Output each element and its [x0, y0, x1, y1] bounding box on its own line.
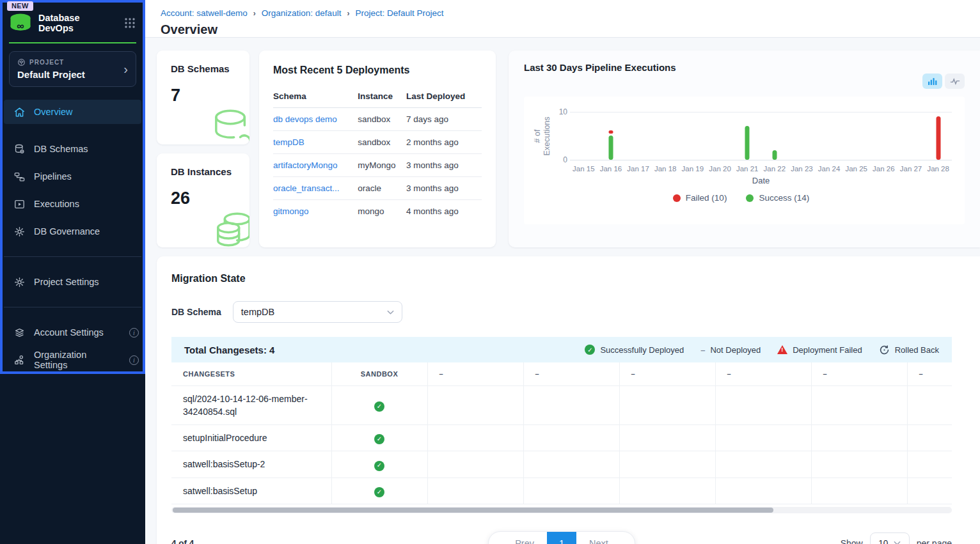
last-deployed-cell: 4 months ago	[406, 200, 482, 223]
db-single-icon	[212, 108, 249, 144]
last-deployed-cell: 7 days ago	[406, 108, 482, 131]
pager: ←Prev 1 Next→	[488, 531, 636, 544]
success-bar	[772, 150, 777, 160]
chevron-down-icon	[387, 310, 394, 315]
failed-bar	[936, 116, 940, 160]
changesets-column-header: –	[619, 362, 715, 385]
schema-link[interactable]: tempDB	[273, 137, 304, 147]
sidebar-item-pipelines[interactable]: Pipelines	[4, 164, 141, 189]
changesets-header-row: CHANGESETSSANDBOX––––––	[171, 362, 952, 385]
empty-status-cell	[619, 425, 715, 451]
org-icon	[13, 354, 26, 366]
y-tick-10: 10	[555, 107, 567, 116]
x-tick-label: Jan 28	[924, 165, 952, 173]
schema-link[interactable]: artifactoryMongo	[273, 160, 338, 170]
changeset-name-cell: sql/2024-10-14-12-06-member-34240854.sql	[171, 385, 331, 425]
info-icon[interactable]: i	[129, 355, 139, 365]
horizontal-scrollbar[interactable]	[171, 507, 952, 513]
empty-status-cell	[427, 385, 523, 425]
sidebar-item-account-settings[interactable]: Account Settingsi	[4, 320, 141, 345]
gear-icon	[13, 226, 26, 238]
sidebar-item-overview[interactable]: Overview	[4, 100, 141, 124]
x-tick-label: Jan 16	[597, 165, 625, 173]
next-page-button[interactable]: Next→	[576, 532, 635, 544]
sidebar-item-label: Organization Settings	[34, 350, 121, 370]
sidebar-item-project-settings[interactable]: Project Settings	[4, 270, 141, 294]
pipeline-icon	[13, 171, 26, 183]
deployments-body: db devops demosandbox7 days agotempDBsan…	[273, 108, 482, 223]
success-bar	[745, 126, 750, 160]
project-selector[interactable]: PROJECT Default Project ›	[9, 51, 136, 87]
instance-cell: mongo	[358, 200, 406, 223]
stat-cards-column: DB Schemas7DB Instances26	[157, 51, 249, 247]
sidebar-item-executions[interactable]: Executions	[4, 192, 141, 216]
deployment-row: db devops demosandbox7 days ago	[273, 108, 482, 131]
changesets-column-header: –	[715, 362, 811, 385]
prev-page-button[interactable]: ←Prev	[489, 532, 547, 544]
changesets-column-header: –	[811, 362, 907, 385]
breadcrumb-link[interactable]: Organization: default	[262, 8, 342, 18]
page-size-select[interactable]: 10	[870, 532, 910, 544]
chevron-down-icon	[894, 541, 901, 544]
pipeline-executions-card: Last 30 Days Pipeline Executions # ofExe…	[509, 51, 980, 247]
schema-link[interactable]: oracle_transact...	[273, 183, 340, 193]
bar-chart-toggle-button[interactable]	[922, 74, 942, 89]
deployments-title: Most Recent 5 Deployments	[273, 65, 482, 76]
empty-status-cell	[811, 451, 907, 478]
empty-status-cell	[523, 478, 619, 504]
svg-text:∞: ∞	[17, 20, 24, 31]
app-logo-icon: ∞	[9, 13, 32, 33]
page-content: DB Schemas7DB Instances26 Most Recent 5 …	[145, 38, 980, 544]
page-size-value: 10	[878, 538, 888, 544]
arrow-right-icon: →	[613, 538, 622, 544]
page-number-button[interactable]: 1	[547, 531, 576, 544]
info-icon[interactable]: i	[129, 328, 139, 338]
deployments-column-header: Instance	[358, 86, 406, 108]
empty-status-cell	[427, 425, 523, 451]
empty-status-cell	[427, 451, 523, 478]
breadcrumb-separator: ›	[347, 9, 349, 18]
x-tick-label: Jan 26	[870, 165, 897, 173]
apps-grid-icon[interactable]	[123, 17, 136, 29]
deployment-row: artifactoryMongomyMongo3 months ago	[273, 154, 482, 177]
db-schema-selected-value: tempDB	[241, 307, 274, 317]
sidebar-item-label: Executions	[34, 199, 139, 209]
scrollbar-thumb[interactable]	[173, 508, 773, 513]
sidebar-item-organization-settings[interactable]: Organization Settingsi	[4, 348, 141, 372]
migration-state-card: Migration State DB Schema tempDB Total C…	[157, 256, 980, 544]
chart-legend-item: Success (14)	[746, 193, 809, 203]
sidebar-item-db-governance[interactable]: DB Governance	[4, 219, 141, 244]
breadcrumb-link[interactable]: Account: satwell-demo	[161, 8, 248, 18]
empty-status-cell	[619, 478, 715, 504]
project-name: Default Project	[17, 69, 128, 80]
success-bar	[608, 136, 613, 160]
changesets-section: Total Changesets: 4 ✓Successfully Deploy…	[171, 337, 952, 513]
sandbox-status-cell: ✓	[331, 425, 427, 451]
status-legend-item: Deployment Failed	[777, 345, 862, 355]
rollback-icon	[879, 345, 890, 355]
db-schema-select[interactable]: tempDB	[233, 301, 402, 323]
recent-deployments-card: Most Recent 5 Deployments SchemaInstance…	[259, 51, 496, 247]
changesets-column-header: –	[427, 362, 523, 385]
main-area: Account: satwell-demo›Organization: defa…	[145, 0, 980, 544]
empty-status-cell	[523, 425, 619, 451]
stat-card-db-schemas: DB Schemas7	[157, 51, 249, 144]
status-legend-item: Rolled Back	[879, 345, 939, 355]
dash-icon: –	[700, 345, 705, 355]
sidebar-divider	[4, 307, 141, 307]
sidebar-item-label: Account Settings	[34, 327, 121, 338]
status-legend-label: Deployment Failed	[793, 345, 862, 355]
sidebar-item-label: DB Schemas	[34, 144, 139, 154]
empty-status-cell	[715, 478, 811, 504]
breadcrumb-link[interactable]: Project: Default Project	[355, 8, 443, 18]
empty-status-cell	[523, 385, 619, 425]
y-tick-0: 0	[555, 155, 567, 164]
schema-link[interactable]: db devops demo	[273, 114, 337, 124]
schema-link[interactable]: gitmongo	[273, 206, 309, 216]
line-chart-toggle-button[interactable]	[945, 74, 965, 89]
empty-status-cell	[523, 451, 619, 478]
sandbox-status-cell: ✓	[331, 451, 427, 478]
changesets-table-scroll[interactable]: CHANGESETSSANDBOX–––––– sql/2024-10-14-1…	[171, 362, 952, 504]
sidebar-item-db-schemas[interactable]: DB Schemas	[4, 137, 141, 161]
check-circle-icon: ✓	[374, 461, 384, 471]
